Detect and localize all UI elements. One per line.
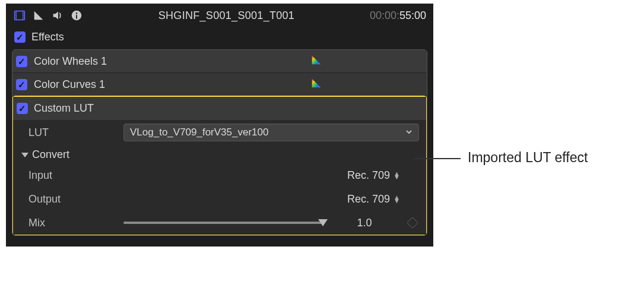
lut-label: LUT	[28, 127, 118, 139]
stepper-icon: ▲▼	[394, 172, 400, 179]
effect-checkbox[interactable]	[17, 103, 28, 114]
effects-section-header[interactable]: Effects	[6, 27, 433, 49]
convert-group-header[interactable]: Convert	[13, 144, 426, 163]
mix-param-row: Mix 1.0	[13, 211, 426, 235]
custom-lut-effect-block: Custom LUT LUT VLog_to_V709_forV35_ver10…	[12, 96, 427, 236]
audio-tab-icon[interactable]	[51, 9, 64, 22]
clip-name: SHGINF_S001_S001_T001	[89, 10, 364, 22]
color-tab-icon[interactable]	[32, 9, 45, 22]
video-inspector-panel: SHGINF_S001_S001_T001 00:00:55:00 Effect…	[6, 4, 433, 247]
output-popup[interactable]: Rec. 709 ▲▼	[329, 193, 400, 206]
timecode: 00:00:55:00	[370, 10, 426, 22]
color-swatch-icon[interactable]	[310, 53, 323, 69]
lut-selected-value: VLog_to_V709_forV35_ver100	[130, 127, 268, 138]
effect-row-color-wheels[interactable]: Color Wheels 1	[12, 50, 427, 73]
inspector-header: SHGINF_S001_S001_T001 00:00:55:00	[6, 4, 433, 27]
mix-slider[interactable]	[123, 219, 323, 227]
svg-rect-11	[76, 15, 77, 18]
callout-label: Imported LUT effect	[468, 150, 588, 166]
disclosure-triangle-icon[interactable]	[21, 153, 28, 157]
effect-checkbox[interactable]	[16, 56, 27, 67]
info-tab-icon[interactable]	[70, 9, 83, 22]
output-param-row: Output Rec. 709 ▲▼	[13, 187, 426, 211]
slider-thumb-icon[interactable]	[318, 219, 328, 226]
effect-row-custom-lut[interactable]: Custom LUT	[13, 97, 426, 120]
output-label: Output	[28, 193, 118, 206]
effect-name: Color Curves 1	[34, 78, 304, 91]
effect-row-color-curves[interactable]: Color Curves 1	[12, 73, 427, 96]
input-popup[interactable]: Rec. 709 ▲▼	[329, 169, 400, 182]
effects-master-checkbox[interactable]	[14, 31, 26, 43]
callout-line	[413, 158, 461, 159]
lut-dropdown[interactable]: VLog_to_V709_forV35_ver100	[123, 124, 419, 141]
input-param-row: Input Rec. 709 ▲▼	[13, 163, 426, 187]
effect-name: Custom LUT	[34, 102, 94, 115]
effect-name: Color Wheels 1	[34, 55, 304, 68]
mix-value[interactable]: 1.0	[329, 217, 400, 229]
svg-point-10	[76, 12, 78, 14]
effect-checkbox[interactable]	[16, 79, 27, 90]
effects-list: Color Wheels 1 Color Curves 1 Custom LUT	[12, 49, 427, 236]
keyframe-diamond-icon[interactable]	[407, 217, 418, 229]
chevron-down-icon	[405, 127, 413, 138]
mix-label: Mix	[28, 217, 118, 229]
lut-param-row: LUT VLog_to_V709_forV35_ver100	[13, 120, 426, 144]
effects-section-label: Effects	[31, 31, 64, 43]
convert-label: Convert	[32, 148, 69, 161]
video-tab-icon[interactable]	[13, 9, 26, 22]
stepper-icon: ▲▼	[394, 195, 400, 203]
color-swatch-icon[interactable]	[310, 77, 323, 93]
input-label: Input	[28, 169, 118, 182]
